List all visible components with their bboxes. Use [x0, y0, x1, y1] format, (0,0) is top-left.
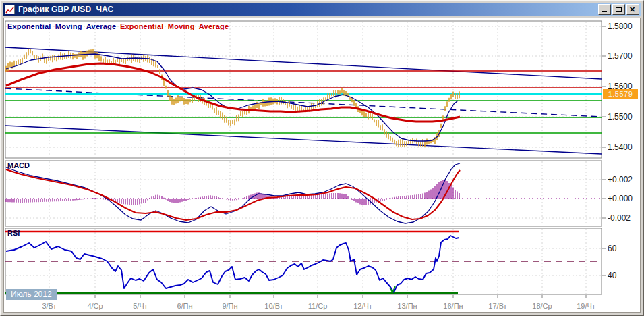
svg-text:4/Ср: 4/Ср: [87, 302, 103, 310]
window-title: График GBP /USD ЧАС: [18, 5, 114, 14]
ema-slow-label: Exponential_Moving_Average: [120, 22, 229, 30]
minimize-button[interactable]: [598, 4, 611, 15]
month-badge: Июль 2012: [6, 289, 57, 300]
svg-text:9/Пн: 9/Пн: [222, 302, 237, 310]
svg-text:3/Вт: 3/Вт: [42, 302, 56, 310]
svg-text:40: 40: [608, 271, 617, 280]
current-price-badge: 1.5579: [603, 89, 638, 99]
svg-text:6/Пн: 6/Пн: [177, 302, 192, 310]
svg-text:60: 60: [608, 244, 617, 253]
svg-text:1.5700: 1.5700: [608, 51, 633, 61]
rsi-panel-label: RSI: [7, 229, 20, 237]
chart-app-icon: [5, 5, 15, 14]
maximize-icon: [616, 7, 622, 12]
svg-text:17/Вт: 17/Вт: [488, 302, 506, 310]
svg-text:19/Чт: 19/Чт: [577, 302, 595, 310]
svg-text:1.5800: 1.5800: [608, 22, 633, 31]
svg-text:11/Ср: 11/Ср: [308, 302, 328, 310]
ema-fast-label: Exponential_Moving_Average: [7, 22, 116, 30]
close-icon: ✕: [629, 5, 635, 14]
titlebar[interactable]: График GBP /USD ЧАС ✕: [3, 3, 641, 16]
svg-text:18/Ср: 18/Ср: [532, 302, 552, 310]
svg-text:10/Вт: 10/Вт: [264, 302, 283, 310]
svg-text:1.5400: 1.5400: [608, 142, 633, 152]
svg-text:13/Пн: 13/Пн: [397, 302, 417, 310]
svg-text:+0.000: +0.000: [608, 194, 633, 203]
minimize-icon: [602, 11, 607, 12]
svg-text:1.5500: 1.5500: [608, 112, 633, 122]
svg-text:16/Пн: 16/Пн: [443, 302, 463, 310]
svg-text:-0.002: -0.002: [608, 213, 631, 223]
maximize-button[interactable]: [612, 4, 625, 15]
svg-text:12/Чт: 12/Чт: [353, 302, 372, 310]
svg-text:5/Чт: 5/Чт: [133, 302, 148, 310]
chart-canvas[interactable]: 3/Вт4/Ср5/Чт6/Пн9/Пн10/Вт11/Ср12/Чт13/Пн…: [1, 1, 644, 316]
chart-window: 3/Вт4/Ср5/Чт6/Пн9/Пн10/Вт11/Ср12/Чт13/Пн…: [0, 0, 644, 316]
svg-text:+0.002: +0.002: [608, 175, 633, 184]
close-button[interactable]: ✕: [626, 4, 639, 15]
macd-panel-label: MACD: [7, 161, 30, 169]
